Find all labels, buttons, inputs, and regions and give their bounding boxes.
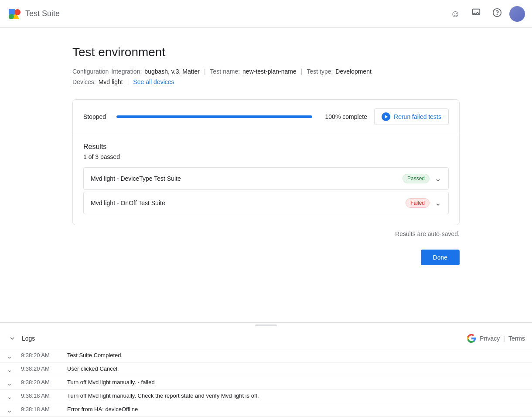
rerun-label: Rerun failed tests bbox=[394, 113, 441, 120]
progress-percent-label: 100% complete bbox=[319, 113, 367, 120]
test-item-name-1: Mvd light - OnOff Test Suite bbox=[91, 199, 165, 206]
test-item-name-0: Mvd light - DeviceType Test Suite bbox=[91, 175, 181, 182]
svg-point-3 bbox=[9, 14, 14, 19]
footer-sep: | bbox=[503, 335, 505, 342]
log-entry-0: ⌄ 9:38:20 AM Test Suite Completed. bbox=[0, 349, 532, 363]
emoji-button[interactable]: ☺ bbox=[447, 5, 464, 23]
log-entry-1: ⌄ 9:38:20 AM User clicked Cancel. bbox=[0, 363, 532, 376]
log-message-4: Error from HA: deviceOffline bbox=[67, 406, 138, 412]
log-message-3: Turn off Mvd light manually. Check the r… bbox=[67, 392, 259, 399]
log-chevron-icon-2: ⌄ bbox=[7, 379, 14, 387]
log-chevron-icon-3: ⌄ bbox=[7, 392, 14, 400]
scroll-handle-row bbox=[0, 323, 532, 328]
footer-links: Privacy | Terms bbox=[467, 334, 525, 343]
log-time-0: 9:38:20 AM bbox=[21, 352, 60, 358]
test-name-label: Test name: bbox=[210, 68, 240, 75]
logs-header-left: Logs bbox=[7, 333, 35, 344]
test-item-right-0: Passed ⌄ bbox=[402, 174, 441, 183]
chat-button[interactable] bbox=[467, 5, 485, 23]
test-name-value: new-test-plan-name bbox=[242, 68, 297, 75]
privacy-link[interactable]: Privacy bbox=[480, 335, 500, 342]
log-message-1: User clicked Cancel. bbox=[67, 365, 119, 372]
progress-card: Stopped 100% complete Rerun failed tests… bbox=[72, 99, 460, 225]
logs-title: Logs bbox=[22, 335, 35, 342]
google-logo-icon bbox=[467, 334, 476, 343]
integration-label: Integration: bbox=[111, 68, 142, 75]
auto-saved-row: Results are auto-saved. bbox=[72, 225, 460, 243]
results-title: Results bbox=[83, 143, 449, 151]
progress-fill bbox=[116, 115, 312, 118]
logs-header: Logs Privacy | Terms bbox=[0, 328, 532, 349]
log-time-4: 9:38:18 AM bbox=[21, 406, 60, 412]
test-item-0: Mvd light - DeviceType Test Suite Passed… bbox=[83, 167, 449, 190]
log-entries: ⌄ 9:38:20 AM Test Suite Completed. ⌄ 9:3… bbox=[0, 349, 532, 419]
rerun-icon bbox=[382, 112, 390, 121]
chat-icon bbox=[471, 8, 481, 20]
done-row: Done bbox=[72, 243, 460, 276]
test-type-label: Test type: bbox=[307, 68, 333, 75]
log-entry-4: ⌄ 9:38:18 AM Error from HA: deviceOfflin… bbox=[0, 403, 532, 417]
test-item-1: Mvd light - OnOff Test Suite Failed ⌄ bbox=[83, 192, 449, 214]
rerun-failed-tests-button[interactable]: Rerun failed tests bbox=[374, 108, 449, 125]
chevron-down-icon-1: ⌄ bbox=[435, 198, 441, 208]
avatar-image bbox=[509, 6, 525, 22]
header: Test Suite ☺ bbox=[0, 0, 532, 28]
chevron-down-icon-0: ⌄ bbox=[435, 174, 441, 183]
svg-marker-7 bbox=[385, 115, 388, 118]
done-button[interactable]: Done bbox=[421, 250, 460, 265]
stopped-label: Stopped bbox=[83, 113, 109, 120]
svg-point-1 bbox=[14, 9, 20, 15]
logs-toggle-button[interactable] bbox=[7, 333, 17, 344]
config-label: Configuration bbox=[72, 68, 109, 75]
page-title: Test environment bbox=[72, 45, 460, 59]
progress-bar-row: Stopped 100% complete Rerun failed tests bbox=[73, 100, 459, 134]
log-message-2: Turn off Mvd light manually. - failed bbox=[67, 379, 155, 385]
progress-track bbox=[116, 115, 312, 118]
emoji-icon: ☺ bbox=[450, 8, 460, 20]
logs-bar: Logs Privacy | Terms ⌄ 9:38:20 AM Test S… bbox=[0, 322, 532, 419]
app-logo-icon bbox=[7, 7, 21, 21]
log-time-1: 9:38:20 AM bbox=[21, 365, 60, 372]
test-item-row-1[interactable]: Mvd light - OnOff Test Suite Failed ⌄ bbox=[84, 192, 448, 214]
user-avatar[interactable] bbox=[509, 6, 525, 22]
config-row: Configuration Integration: bugbash, v.3,… bbox=[72, 68, 460, 75]
app-title: Test Suite bbox=[25, 9, 60, 18]
test-item-badge-0: Passed bbox=[402, 174, 430, 183]
results-section: Results 1 of 3 passed Mvd light - Device… bbox=[73, 134, 459, 225]
log-entry-5: ⌄ 9:38:18 AM Turn on Mvd light. - error bbox=[0, 417, 532, 419]
header-right: ☺ bbox=[447, 5, 525, 23]
help-icon bbox=[492, 8, 502, 20]
log-entry-3: ⌄ 9:38:18 AM Turn off Mvd light manually… bbox=[0, 390, 532, 403]
header-left: Test Suite bbox=[7, 7, 60, 21]
sep1: | bbox=[204, 68, 206, 75]
test-type-value: Development bbox=[335, 68, 372, 75]
help-button[interactable] bbox=[488, 5, 506, 23]
log-chevron-icon-1: ⌄ bbox=[7, 365, 14, 373]
devices-label: Devices: bbox=[72, 78, 96, 85]
sep2: | bbox=[301, 68, 303, 75]
test-item-badge-1: Failed bbox=[406, 198, 430, 208]
results-summary: 1 of 3 passed bbox=[83, 153, 449, 160]
main-content: Test environment Configuration Integrati… bbox=[0, 28, 532, 332]
log-time-2: 9:38:20 AM bbox=[21, 379, 60, 385]
devices-value: Mvd light bbox=[99, 78, 123, 85]
sep3: | bbox=[127, 78, 129, 85]
test-item-right-1: Failed ⌄ bbox=[406, 198, 441, 208]
devices-row: Devices: Mvd light | See all devices bbox=[72, 78, 460, 85]
auto-saved-text: Results are auto-saved. bbox=[395, 230, 460, 237]
scroll-handle bbox=[255, 324, 277, 326]
log-chevron-icon-0: ⌄ bbox=[7, 352, 14, 360]
integration-value: bugbash, v.3, Matter bbox=[144, 68, 200, 75]
terms-link[interactable]: Terms bbox=[508, 335, 525, 342]
log-message-0: Test Suite Completed. bbox=[67, 352, 123, 358]
test-item-row-0[interactable]: Mvd light - DeviceType Test Suite Passed… bbox=[84, 168, 448, 189]
log-chevron-icon-4: ⌄ bbox=[7, 406, 14, 414]
log-entry-2: ⌄ 9:38:20 AM Turn off Mvd light manually… bbox=[0, 376, 532, 390]
see-all-devices-link[interactable]: See all devices bbox=[133, 78, 174, 85]
log-time-3: 9:38:18 AM bbox=[21, 392, 60, 399]
svg-rect-2 bbox=[9, 9, 15, 15]
